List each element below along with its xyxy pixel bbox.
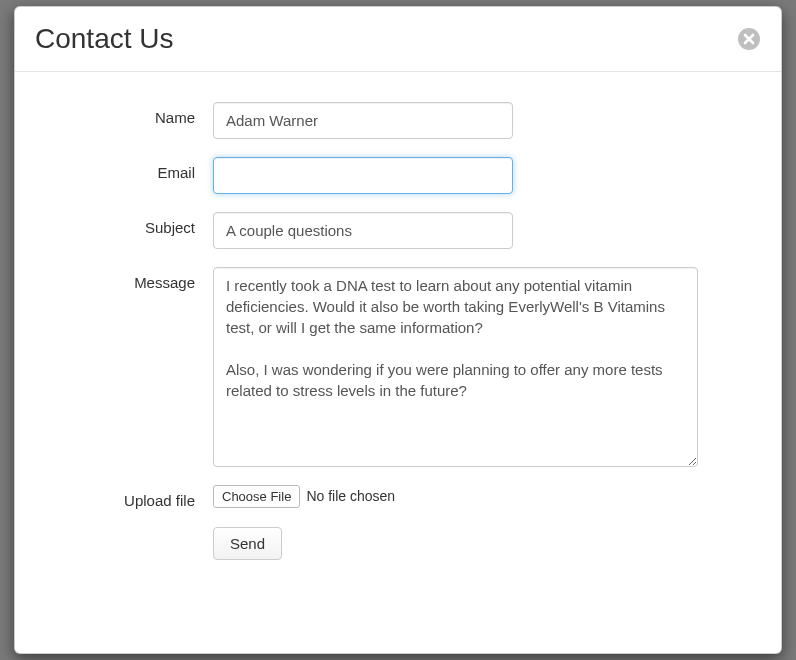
file-input-group: Choose File No file chosen (213, 485, 761, 508)
subject-row: Subject (35, 212, 761, 249)
email-row: Email (35, 157, 761, 194)
message-row: Message (35, 267, 761, 467)
modal-title: Contact Us (35, 22, 174, 56)
modal-header: Contact Us (15, 7, 781, 72)
modal-body: Name Email Subject Message Upload file (15, 72, 781, 653)
subject-input[interactable] (213, 212, 513, 249)
upload-row: Upload file Choose File No file chosen (35, 485, 761, 509)
close-button[interactable] (737, 27, 761, 51)
file-status-text: No file chosen (306, 488, 395, 504)
message-textarea[interactable] (213, 267, 698, 467)
contact-us-modal: Contact Us Name Email Subject (14, 6, 782, 654)
send-button[interactable]: Send (213, 527, 282, 560)
name-label: Name (35, 102, 213, 126)
upload-label: Upload file (35, 485, 213, 509)
submit-row: Send (35, 527, 761, 560)
message-label: Message (35, 267, 213, 291)
choose-file-button[interactable]: Choose File (213, 485, 300, 508)
email-input[interactable] (213, 157, 513, 194)
name-input[interactable] (213, 102, 513, 139)
close-icon (738, 28, 760, 50)
name-row: Name (35, 102, 761, 139)
subject-label: Subject (35, 212, 213, 236)
email-label: Email (35, 157, 213, 181)
